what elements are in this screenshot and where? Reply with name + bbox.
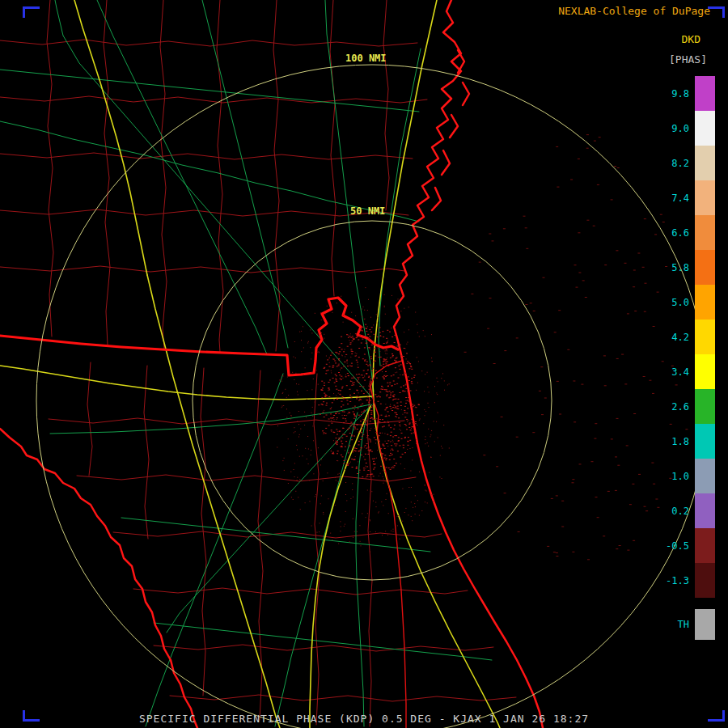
colorbar-entry: 5.0: [654, 285, 715, 320]
colorbar-entry: 5.8: [654, 250, 715, 285]
corner-marker-top-right: [708, 6, 725, 18]
county-lines-layer: [0, 0, 516, 726]
colorbar-tick-label: 3.4: [654, 366, 695, 378]
colorbar-swatch: [695, 459, 715, 493]
colorbar-entry: 0.2: [654, 493, 715, 528]
product-units: [PHAS]: [558, 53, 707, 66]
site-title: NEXLAB-College of DuPage: [558, 5, 710, 17]
colorbar-tick-label: 8.2: [654, 158, 695, 169]
corner-marker-bottom-left: [23, 710, 40, 722]
status-bar-text: SPECIFIC DIFFERENTIAL PHASE (KDP) 0.5 DE…: [0, 713, 728, 725]
colorbar-tick-label: 9.0: [654, 123, 695, 134]
colorbar-entry: -1.3: [654, 563, 715, 598]
colorbar-tick-label: 4.2: [654, 332, 695, 343]
colorbar-entry: 9.0: [654, 111, 715, 146]
corner-marker-bottom-right: [708, 710, 725, 722]
colorbar-swatch: [695, 493, 715, 528]
corner-marker-top-left: [23, 6, 40, 18]
colorbar-entry: 9.8: [654, 76, 715, 111]
coastline-layer: [0, 0, 543, 728]
colorbar-swatch: [695, 320, 715, 354]
range-ring-label: 50 NMI: [350, 205, 385, 217]
colorbar-tick-label: 1.8: [654, 436, 695, 447]
colorbar-swatch: [695, 285, 715, 320]
colorbar-swatch: [695, 215, 715, 250]
colorbar-tick-label: 0.2: [654, 506, 695, 517]
colorbar-swatch: [695, 111, 715, 146]
colorbar-entry: 8.2: [654, 146, 715, 180]
colorbar-tick-label: 1.0: [654, 471, 695, 482]
colorbar-entry: 1.0: [654, 459, 715, 493]
colorbar-tick-label: 9.8: [654, 88, 695, 99]
colorbar-swatch: [695, 354, 715, 389]
colorbar-tick-label: -0.5: [654, 540, 695, 552]
range-ring: [193, 221, 552, 580]
colorbar-tick-label: 5.8: [654, 262, 695, 273]
range-ring-label: 100 NMI: [345, 53, 387, 64]
colorbar-tick-label: 2.6: [654, 401, 695, 413]
colorbar-entry: 6.6: [654, 215, 715, 250]
header-block: NEXLAB-College of DuPage DKD [PHAS]: [558, 5, 710, 66]
colorbar-swatch: [695, 528, 715, 563]
radar-map: 50 NMI100 NMI: [0, 0, 728, 728]
colorbar-tick-label: 5.0: [654, 297, 695, 308]
colorbar-swatch: [695, 250, 715, 285]
roads-primary-layer: [0, 0, 500, 728]
colorbar-entry: 7.4: [654, 180, 715, 215]
colorbar-swatch: [695, 424, 715, 459]
colorbar-swatch: [695, 180, 715, 215]
colorbar-swatch: [695, 609, 715, 640]
colorbar-entry: -0.5: [654, 528, 715, 563]
colorbar-swatch: [695, 146, 715, 180]
colorbar-tick-label: TH: [654, 619, 695, 630]
state-border-layer: [0, 298, 398, 375]
colorbar-tick-label: -1.3: [654, 575, 695, 586]
colorbar-tick-label: 7.4: [654, 193, 695, 204]
color-scale-legend: 9.89.08.27.46.65.85.04.23.42.61.81.00.2-…: [654, 76, 715, 640]
product-code: DKD: [558, 33, 700, 45]
colorbar-entry: 2.6: [654, 389, 715, 424]
colorbar-entry: 1.8: [654, 424, 715, 459]
colorbar-entry: 3.4: [654, 354, 715, 389]
colorbar-swatch: [695, 563, 715, 598]
colorbar-swatch: [695, 389, 715, 424]
colorbar-tick-label: 6.6: [654, 227, 695, 239]
radar-display-frame: 50 NMI100 NMI NEXLAB-College of DuPage D…: [0, 0, 728, 728]
colorbar-entry: TH: [654, 609, 715, 640]
colorbar-entry: 4.2: [654, 320, 715, 354]
colorbar-swatch: [695, 76, 715, 111]
